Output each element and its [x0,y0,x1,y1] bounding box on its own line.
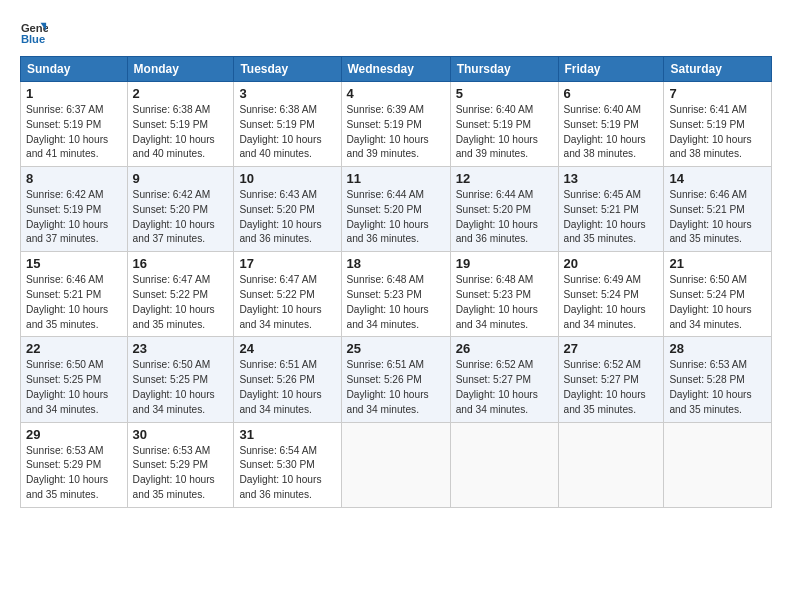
day-number: 3 [239,86,335,101]
day-cell: 3Sunrise: 6:38 AM Sunset: 5:19 PM Daylig… [234,82,341,167]
day-cell: 29Sunrise: 6:53 AM Sunset: 5:29 PM Dayli… [21,422,128,507]
day-info: Sunrise: 6:53 AM Sunset: 5:29 PM Dayligh… [133,444,229,503]
day-number: 22 [26,341,122,356]
day-cell: 26Sunrise: 6:52 AM Sunset: 5:27 PM Dayli… [450,337,558,422]
day-info: Sunrise: 6:38 AM Sunset: 5:19 PM Dayligh… [239,103,335,162]
day-cell: 12Sunrise: 6:44 AM Sunset: 5:20 PM Dayli… [450,167,558,252]
day-number: 31 [239,427,335,442]
day-cell: 2Sunrise: 6:38 AM Sunset: 5:19 PM Daylig… [127,82,234,167]
day-cell: 8Sunrise: 6:42 AM Sunset: 5:19 PM Daylig… [21,167,128,252]
calendar-table: SundayMondayTuesdayWednesdayThursdayFrid… [20,56,772,508]
day-cell: 27Sunrise: 6:52 AM Sunset: 5:27 PM Dayli… [558,337,664,422]
day-cell: 1Sunrise: 6:37 AM Sunset: 5:19 PM Daylig… [21,82,128,167]
day-info: Sunrise: 6:53 AM Sunset: 5:29 PM Dayligh… [26,444,122,503]
day-cell: 19Sunrise: 6:48 AM Sunset: 5:23 PM Dayli… [450,252,558,337]
week-row-3: 15Sunrise: 6:46 AM Sunset: 5:21 PM Dayli… [21,252,772,337]
day-cell: 25Sunrise: 6:51 AM Sunset: 5:26 PM Dayli… [341,337,450,422]
day-number: 5 [456,86,553,101]
day-info: Sunrise: 6:47 AM Sunset: 5:22 PM Dayligh… [239,273,335,332]
day-info: Sunrise: 6:44 AM Sunset: 5:20 PM Dayligh… [347,188,445,247]
day-cell [558,422,664,507]
day-info: Sunrise: 6:48 AM Sunset: 5:23 PM Dayligh… [456,273,553,332]
day-cell: 7Sunrise: 6:41 AM Sunset: 5:19 PM Daylig… [664,82,772,167]
day-cell: 20Sunrise: 6:49 AM Sunset: 5:24 PM Dayli… [558,252,664,337]
day-number: 18 [347,256,445,271]
day-cell: 5Sunrise: 6:40 AM Sunset: 5:19 PM Daylig… [450,82,558,167]
day-cell: 30Sunrise: 6:53 AM Sunset: 5:29 PM Dayli… [127,422,234,507]
day-number: 19 [456,256,553,271]
day-info: Sunrise: 6:39 AM Sunset: 5:19 PM Dayligh… [347,103,445,162]
day-info: Sunrise: 6:54 AM Sunset: 5:30 PM Dayligh… [239,444,335,503]
day-number: 16 [133,256,229,271]
day-number: 7 [669,86,766,101]
day-number: 10 [239,171,335,186]
day-info: Sunrise: 6:37 AM Sunset: 5:19 PM Dayligh… [26,103,122,162]
day-info: Sunrise: 6:42 AM Sunset: 5:19 PM Dayligh… [26,188,122,247]
day-info: Sunrise: 6:52 AM Sunset: 5:27 PM Dayligh… [456,358,553,417]
col-header-monday: Monday [127,57,234,82]
day-cell: 15Sunrise: 6:46 AM Sunset: 5:21 PM Dayli… [21,252,128,337]
col-header-saturday: Saturday [664,57,772,82]
week-row-4: 22Sunrise: 6:50 AM Sunset: 5:25 PM Dayli… [21,337,772,422]
day-info: Sunrise: 6:50 AM Sunset: 5:25 PM Dayligh… [26,358,122,417]
day-info: Sunrise: 6:50 AM Sunset: 5:24 PM Dayligh… [669,273,766,332]
day-cell: 11Sunrise: 6:44 AM Sunset: 5:20 PM Dayli… [341,167,450,252]
day-cell: 10Sunrise: 6:43 AM Sunset: 5:20 PM Dayli… [234,167,341,252]
day-info: Sunrise: 6:38 AM Sunset: 5:19 PM Dayligh… [133,103,229,162]
day-cell: 9Sunrise: 6:42 AM Sunset: 5:20 PM Daylig… [127,167,234,252]
col-header-tuesday: Tuesday [234,57,341,82]
day-number: 14 [669,171,766,186]
day-number: 23 [133,341,229,356]
day-info: Sunrise: 6:42 AM Sunset: 5:20 PM Dayligh… [133,188,229,247]
day-number: 24 [239,341,335,356]
logo: General Blue [20,18,52,46]
day-info: Sunrise: 6:52 AM Sunset: 5:27 PM Dayligh… [564,358,659,417]
col-header-wednesday: Wednesday [341,57,450,82]
day-info: Sunrise: 6:40 AM Sunset: 5:19 PM Dayligh… [564,103,659,162]
day-cell: 16Sunrise: 6:47 AM Sunset: 5:22 PM Dayli… [127,252,234,337]
day-info: Sunrise: 6:44 AM Sunset: 5:20 PM Dayligh… [456,188,553,247]
day-cell: 13Sunrise: 6:45 AM Sunset: 5:21 PM Dayli… [558,167,664,252]
day-number: 8 [26,171,122,186]
day-info: Sunrise: 6:46 AM Sunset: 5:21 PM Dayligh… [669,188,766,247]
day-number: 11 [347,171,445,186]
week-row-2: 8Sunrise: 6:42 AM Sunset: 5:19 PM Daylig… [21,167,772,252]
day-info: Sunrise: 6:51 AM Sunset: 5:26 PM Dayligh… [347,358,445,417]
day-number: 28 [669,341,766,356]
day-cell [341,422,450,507]
day-number: 2 [133,86,229,101]
day-info: Sunrise: 6:53 AM Sunset: 5:28 PM Dayligh… [669,358,766,417]
day-cell: 28Sunrise: 6:53 AM Sunset: 5:28 PM Dayli… [664,337,772,422]
day-number: 1 [26,86,122,101]
day-cell: 22Sunrise: 6:50 AM Sunset: 5:25 PM Dayli… [21,337,128,422]
day-number: 12 [456,171,553,186]
day-cell: 21Sunrise: 6:50 AM Sunset: 5:24 PM Dayli… [664,252,772,337]
day-info: Sunrise: 6:50 AM Sunset: 5:25 PM Dayligh… [133,358,229,417]
day-cell: 6Sunrise: 6:40 AM Sunset: 5:19 PM Daylig… [558,82,664,167]
day-number: 4 [347,86,445,101]
day-number: 15 [26,256,122,271]
day-info: Sunrise: 6:47 AM Sunset: 5:22 PM Dayligh… [133,273,229,332]
day-number: 30 [133,427,229,442]
day-cell: 18Sunrise: 6:48 AM Sunset: 5:23 PM Dayli… [341,252,450,337]
col-header-sunday: Sunday [21,57,128,82]
day-number: 17 [239,256,335,271]
day-cell: 14Sunrise: 6:46 AM Sunset: 5:21 PM Dayli… [664,167,772,252]
day-info: Sunrise: 6:43 AM Sunset: 5:20 PM Dayligh… [239,188,335,247]
day-number: 26 [456,341,553,356]
header-row: SundayMondayTuesdayWednesdayThursdayFrid… [21,57,772,82]
week-row-5: 29Sunrise: 6:53 AM Sunset: 5:29 PM Dayli… [21,422,772,507]
day-number: 13 [564,171,659,186]
day-info: Sunrise: 6:45 AM Sunset: 5:21 PM Dayligh… [564,188,659,247]
week-row-1: 1Sunrise: 6:37 AM Sunset: 5:19 PM Daylig… [21,82,772,167]
day-cell: 4Sunrise: 6:39 AM Sunset: 5:19 PM Daylig… [341,82,450,167]
day-info: Sunrise: 6:49 AM Sunset: 5:24 PM Dayligh… [564,273,659,332]
page: General Blue SundayMondayTuesdayWednesda… [0,0,792,612]
day-number: 25 [347,341,445,356]
day-cell: 17Sunrise: 6:47 AM Sunset: 5:22 PM Dayli… [234,252,341,337]
day-number: 27 [564,341,659,356]
day-info: Sunrise: 6:46 AM Sunset: 5:21 PM Dayligh… [26,273,122,332]
day-number: 21 [669,256,766,271]
day-number: 6 [564,86,659,101]
svg-text:Blue: Blue [21,33,45,45]
